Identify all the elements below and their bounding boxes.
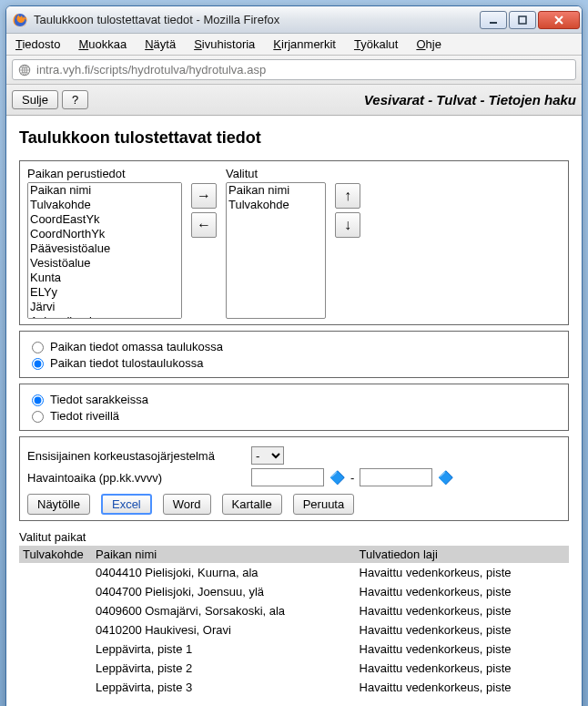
app-heading: Vesivarat - Tulvat - Tietojen haku — [364, 92, 576, 107]
col-header-0: Tulvakohde — [19, 546, 92, 563]
table-row: Leppävirta, piste 3Havaittu vedenkorkeus… — [19, 678, 569, 697]
cancel-button[interactable]: Peruuta — [293, 494, 355, 515]
radio-columns[interactable] — [32, 394, 44, 406]
menu-bookmarks[interactable]: Kirjanmerkit — [268, 36, 341, 53]
excel-button[interactable]: Excel — [101, 494, 152, 515]
list-item[interactable]: Kunta — [28, 271, 181, 285]
table-cell: Leppävirta, piste 2 — [92, 659, 356, 678]
radio-output-table-label: Paikan tiedot tulostaulukossa — [50, 356, 203, 370]
table-row: Leppävirta, piste 1Havaittu vedenkorkeus… — [19, 639, 569, 659]
menu-history[interactable]: Sivuhistoria — [188, 36, 260, 53]
window-controls — [478, 11, 580, 29]
selected-places-title: Valitut paikat — [19, 530, 569, 544]
help-button[interactable]: ? — [62, 90, 88, 109]
url-input[interactable]: intra.vyh.fi/scripts/hydrotulva/hydrotul… — [12, 59, 576, 80]
radio-rows[interactable] — [32, 411, 44, 423]
available-listbox[interactable]: Paikan nimiTulvakohdeCoordEastYkCoordNor… — [27, 182, 182, 319]
table-row: 0410200 Haukivesi, OraviHavaittu vedenko… — [19, 620, 569, 639]
col-header-1: Paikan nimi — [92, 546, 356, 563]
table-cell: 0404700 Pielisjoki, Joensuu, ylä — [92, 582, 356, 601]
svg-rect-2 — [519, 16, 526, 24]
minimize-button[interactable] — [480, 11, 507, 29]
table-cell — [19, 659, 92, 678]
globe-icon — [18, 64, 31, 77]
menu-help[interactable]: Ohje — [411, 36, 446, 53]
list-item[interactable]: Paikan nimi — [28, 183, 181, 198]
move-up-button[interactable]: ↑ — [335, 183, 360, 209]
selected-listbox[interactable]: Paikan nimiTulvakohde — [226, 182, 326, 319]
url-toolbar: intra.vyh.fi/scripts/hydrotulva/hydrotul… — [6, 56, 582, 85]
table-cell: Havaittu vedenkorkeus, piste — [356, 659, 569, 678]
table-row: Leppävirta, piste 2Havaittu vedenkorkeus… — [19, 659, 569, 678]
close-window-button[interactable] — [538, 11, 580, 29]
menu-tools[interactable]: Työkalut — [349, 36, 403, 53]
col-header-2: Tulvatiedon laji — [356, 546, 569, 563]
page-title: Taulukkoon tulostettavat tiedot — [19, 128, 569, 148]
table-cell: 0404410 Pielisjoki, Kuurna, ala — [92, 563, 356, 582]
list-item[interactable]: CoordNorthYk — [28, 227, 181, 241]
height-system-combo[interactable]: - — [251, 446, 284, 465]
table-cell: Havaittu vedenkorkeus, piste — [356, 601, 569, 620]
menu-file[interactable]: Tiedosto — [10, 36, 66, 53]
radio-output-table[interactable] — [32, 358, 44, 370]
titlebar: Taulukkoon tulostettavat tiedot - Mozill… — [6, 6, 582, 34]
table-cell — [19, 678, 92, 697]
table-cell — [19, 582, 92, 601]
list-item[interactable]: ELYy — [28, 285, 181, 300]
date-separator: - — [350, 471, 354, 485]
maximize-button[interactable] — [509, 11, 536, 29]
move-down-button[interactable]: ↓ — [335, 212, 360, 238]
svg-rect-1 — [490, 22, 497, 24]
table-cell — [19, 620, 92, 639]
radio-own-table-label: Paikan tiedot omassa taulukossa — [50, 340, 223, 353]
firefox-icon — [12, 12, 28, 28]
places-table: Tulvakohde Paikan nimi Tulvatiedon laji … — [19, 546, 569, 697]
display-button[interactable]: Näytölle — [27, 494, 90, 515]
table-cell: Havaittu vedenkorkeus, piste — [356, 582, 569, 601]
radio-group-1: Paikan tiedot omassa taulukossa Paikan t… — [19, 331, 569, 378]
menu-view[interactable]: Näytä — [139, 36, 181, 53]
available-label: Paikan perustiedot — [27, 167, 182, 180]
table-cell: Havaittu vedenkorkeus, piste — [356, 639, 569, 659]
field-picker-panel: Paikan perustiedot Paikan nimiTulvakohde… — [19, 160, 569, 325]
table-cell — [19, 601, 92, 620]
height-system-label: Ensisijainen korkeustasojärjestelmä — [27, 449, 246, 463]
selected-label: Valitut — [226, 167, 326, 180]
window-title: Taulukkoon tulostettavat tiedot - Mozill… — [34, 13, 478, 26]
move-left-button[interactable]: ← — [191, 212, 217, 238]
menu-edit[interactable]: Muokkaa — [73, 36, 132, 53]
list-item[interactable]: Tulvakohde — [227, 198, 325, 212]
list-item[interactable]: Järvi — [28, 300, 181, 314]
table-cell: Havaittu vedenkorkeus, piste — [356, 563, 569, 582]
date-from-input[interactable] — [251, 468, 324, 486]
move-right-button[interactable]: → — [191, 183, 217, 209]
table-row: 0404700 Pielisjoki, Joensuu, yläHavaittu… — [19, 582, 569, 601]
table-cell — [19, 639, 92, 659]
table-cell: Havaittu vedenkorkeus, piste — [356, 678, 569, 697]
content-area: Taulukkoon tulostettavat tiedot Paikan p… — [6, 116, 582, 706]
list-item[interactable]: CoordEastYk — [28, 212, 181, 227]
table-cell: 0409600 Osmajärvi, Sorsakoski, ala — [92, 601, 356, 620]
list-item[interactable]: Paikan nimi — [227, 183, 325, 198]
list-item[interactable]: Vesistöalue — [28, 256, 181, 271]
radio-columns-label: Tiedot sarakkeissa — [50, 393, 148, 406]
table-cell — [19, 563, 92, 582]
calendar-icon-from[interactable]: 🔷 — [329, 470, 345, 485]
table-row: 0409600 Osmajärvi, Sorsakoski, alaHavait… — [19, 601, 569, 620]
radio-rows-label: Tiedot riveillä — [50, 409, 119, 423]
word-button[interactable]: Word — [163, 494, 211, 515]
calendar-icon-to[interactable]: 🔷 — [438, 470, 453, 485]
app-toolbar: Sulje ? Vesivarat - Tulvat - Tietojen ha… — [6, 85, 582, 116]
date-to-input[interactable] — [360, 468, 432, 486]
table-cell: Leppävirta, piste 3 — [92, 678, 356, 697]
map-button[interactable]: Kartalle — [222, 494, 282, 515]
list-item[interactable]: Tulvakohde — [28, 198, 181, 212]
list-item[interactable]: Asian diaarinumero — [28, 314, 181, 319]
obsdate-label: Havaintoaika (pp.kk.vvvv) — [27, 471, 246, 485]
close-button[interactable]: Sulje — [12, 90, 58, 109]
list-item[interactable]: Päävesistöalue — [28, 241, 181, 256]
radio-own-table[interactable] — [32, 342, 44, 353]
url-text: intra.vyh.fi/scripts/hydrotulva/hydrotul… — [36, 63, 266, 77]
options-panel: Ensisijainen korkeustasojärjestelmä - Ha… — [19, 436, 569, 521]
table-cell: Leppävirta, piste 1 — [92, 639, 356, 659]
